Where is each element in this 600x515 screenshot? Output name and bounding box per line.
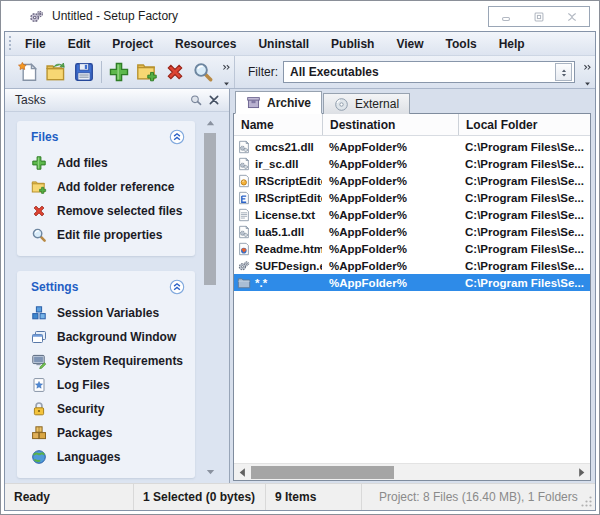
close-icon <box>207 93 221 107</box>
add-folder-button[interactable] <box>133 58 161 86</box>
table-row[interactable]: ir_sc.dll %AppFolder% C:\Program Files\S… <box>234 155 590 172</box>
file-name: License.txt <box>255 209 315 221</box>
table-row[interactable]: *.* %AppFolder% C:\Program Files\Se... <box>234 274 590 291</box>
minimize-button[interactable] <box>489 7 522 26</box>
scroll-down-arrow[interactable] <box>204 465 217 478</box>
save-icon <box>73 61 95 83</box>
file-name: ir_sc.dll <box>255 158 298 170</box>
scrollbar-thumb[interactable] <box>204 133 216 285</box>
task-languages[interactable]: Languages <box>25 445 187 469</box>
tasks-panel-title: Tasks <box>15 93 187 107</box>
filter-combobox[interactable]: All Executables <box>283 61 575 83</box>
task-add-files[interactable]: Add files <box>25 151 187 175</box>
open-button[interactable] <box>42 58 70 86</box>
task-system-requirements[interactable]: System Requirements <box>25 349 187 373</box>
triangle-left-icon <box>235 468 250 481</box>
cd-icon <box>334 97 349 112</box>
task-packages[interactable]: Packages <box>25 421 187 445</box>
file-name: cmcs21.dll <box>255 141 314 153</box>
menubar-grip-handle[interactable] <box>8 35 13 52</box>
table-row[interactable]: SUFDesign.exe %AppFolder% C:\Program Fil… <box>234 257 590 274</box>
menu-uninstall[interactable]: Uninstall <box>247 32 320 55</box>
system-requirements-icon <box>31 353 47 369</box>
chevron-right-double-icon <box>582 59 593 69</box>
file-name: IRScriptEdito... <box>255 192 322 204</box>
folder-icon <box>237 276 251 290</box>
minimize-icon <box>499 10 513 24</box>
task-session-variables[interactable]: Session Variables <box>25 301 187 325</box>
file-destination: %AppFolder% <box>322 158 458 170</box>
add-files-button[interactable] <box>105 58 133 86</box>
table-row[interactable]: Readme.htm %AppFolder% C:\Program Files\… <box>234 240 590 257</box>
file-destination: %AppFolder% <box>322 243 458 255</box>
table-row[interactable]: cmcs21.dll %AppFolder% C:\Program Files\… <box>234 138 590 155</box>
file-destination: %AppFolder% <box>322 277 458 289</box>
scroll-up-arrow[interactable] <box>204 117 217 130</box>
html-file-icon <box>237 242 251 256</box>
search-icon <box>192 61 214 83</box>
column-header-name[interactable]: Name <box>234 114 322 135</box>
menu-edit[interactable]: Edit <box>57 32 102 55</box>
close-panel-button[interactable] <box>205 91 223 109</box>
file-destination: %AppFolder% <box>322 209 458 221</box>
scroll-left-arrow[interactable] <box>235 465 250 480</box>
new-file-button[interactable] <box>14 58 42 86</box>
save-button[interactable] <box>70 58 98 86</box>
task-background-window[interactable]: Background Window <box>25 325 187 349</box>
remove-button[interactable] <box>161 58 189 86</box>
menu-publish[interactable]: Publish <box>320 32 385 55</box>
menu-tools[interactable]: Tools <box>435 32 488 55</box>
resize-grip[interactable] <box>580 495 593 508</box>
file-name: lua5.1.dll <box>255 226 304 238</box>
collapse-files-button[interactable] <box>169 129 185 145</box>
security-icon <box>31 401 47 417</box>
task-edit-file-properties[interactable]: Edit file properties <box>25 223 187 247</box>
table-row[interactable]: IRScriptEdito... %AppFolder% C:\Program … <box>234 189 590 206</box>
file-name: Readme.htm <box>255 243 322 255</box>
menu-resources[interactable]: Resources <box>164 32 247 55</box>
file-local-folder: C:\Program Files\Se... <box>458 141 590 153</box>
task-remove-selected-files[interactable]: Remove selected files <box>25 199 187 223</box>
toolbar-overflow[interactable] <box>219 57 233 87</box>
filter-spinner[interactable] <box>555 63 572 81</box>
filter-overflow[interactable] <box>580 57 594 87</box>
file-destination: %AppFolder% <box>322 260 458 272</box>
scrollbar-thumb[interactable] <box>251 466 394 479</box>
add-folder-icon <box>31 179 47 195</box>
archive-icon <box>246 95 261 110</box>
table-row[interactable]: IRScriptEdito... %AppFolder% C:\Program … <box>234 172 590 189</box>
toolbar-file-group <box>5 56 235 88</box>
close-button[interactable] <box>556 7 589 26</box>
new-file-icon <box>17 61 39 83</box>
triangle-down-icon <box>204 466 217 481</box>
pin-button[interactable] <box>187 91 205 109</box>
chevron-up-circle-icon <box>169 133 185 148</box>
file-destination: %AppFolder% <box>322 141 458 153</box>
tab-external[interactable]: External <box>323 93 410 114</box>
status-item-count: 9 Items <box>265 484 361 510</box>
file-local-folder: C:\Program Files\Se... <box>458 260 590 272</box>
column-header-local-folder[interactable]: Local Folder <box>458 114 590 135</box>
collapse-settings-button[interactable] <box>169 279 185 295</box>
menu-file[interactable]: File <box>14 32 57 55</box>
task-log-files[interactable]: Log Files <box>25 373 187 397</box>
table-row[interactable]: lua5.1.dll %AppFolder% C:\Program Files\… <box>234 223 590 240</box>
menu-view[interactable]: View <box>385 32 434 55</box>
add-folder-icon <box>136 61 158 83</box>
task-add-folder-reference[interactable]: Add folder reference <box>25 175 187 199</box>
menubar: File Edit Project Resources Uninstall Pu… <box>5 32 595 56</box>
maximize-button[interactable] <box>522 7 555 26</box>
tasks-panel-body: Files Add files <box>5 112 229 483</box>
scroll-right-arrow[interactable] <box>574 465 589 480</box>
file-destination: %AppFolder% <box>322 192 458 204</box>
search-button[interactable] <box>189 58 217 86</box>
column-header-destination[interactable]: Destination <box>322 114 458 135</box>
remove-icon <box>164 61 186 83</box>
menu-project[interactable]: Project <box>101 32 164 55</box>
session-variables-icon <box>31 305 47 321</box>
menu-help[interactable]: Help <box>488 32 536 55</box>
tab-archive[interactable]: Archive <box>235 91 322 114</box>
task-security[interactable]: Security <box>25 397 187 421</box>
table-row[interactable]: License.txt %AppFolder% C:\Program Files… <box>234 206 590 223</box>
file-list-area: Archive External Name Destination Local … <box>230 89 595 483</box>
